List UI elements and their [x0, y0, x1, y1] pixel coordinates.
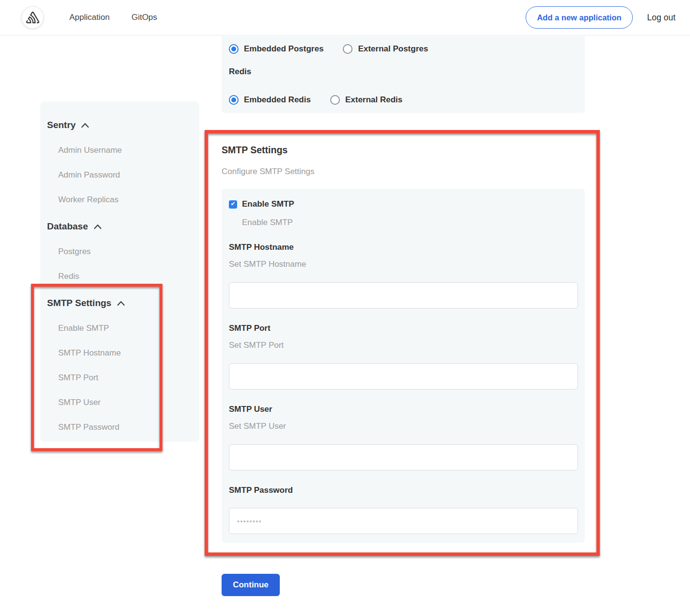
sidebar-item-admin-username[interactable]: Admin Username	[58, 146, 194, 155]
database-config-panel: Embedded Postgres External Postgres Redi…	[222, 36, 585, 113]
config-sidebar: Sentry Admin Username Admin Password Wor…	[40, 101, 199, 442]
sidebar-item-smtp-user[interactable]: SMTP User	[58, 398, 194, 407]
sidebar-item-admin-password[interactable]: Admin Password	[58, 170, 194, 180]
smtp-form-panel: Enable SMTP Enable SMTP SMTP Hostname Se…	[222, 189, 585, 543]
radio-label: External Redis	[345, 95, 402, 105]
smtp-hostname-field-group: SMTP Hostname Set SMTP Hostname	[229, 243, 578, 308]
sidebar-group-title-label: Database	[47, 221, 88, 232]
smtp-port-help-text: Set SMTP Port	[229, 340, 578, 350]
radio-unselected-icon[interactable]	[343, 44, 353, 54]
radio-external-postgres[interactable]: External Postgres	[343, 44, 428, 54]
smtp-settings-section: SMTP Settings Configure SMTP Settings En…	[205, 130, 600, 543]
enable-smtp-checkbox[interactable]	[229, 200, 237, 209]
continue-button[interactable]: Continue	[222, 574, 280, 596]
sidebar-item-smtp-port[interactable]: SMTP Port	[58, 373, 194, 383]
smtp-password-label: SMTP Password	[229, 486, 578, 495]
enable-smtp-help-text: Enable SMTP	[242, 218, 578, 227]
enable-smtp-checkbox-row[interactable]: Enable SMTP	[229, 199, 578, 209]
sidebar-group-title-label: SMTP Settings	[47, 298, 112, 308]
sidebar-group-smtp-settings[interactable]: SMTP Settings	[47, 298, 194, 308]
smtp-user-field-group: SMTP User Set SMTP User	[229, 405, 578, 470]
chevron-up-icon	[94, 224, 102, 229]
smtp-port-field-group: SMTP Port Set SMTP Port	[229, 324, 578, 389]
logout-link[interactable]: Log out	[647, 13, 675, 23]
radio-label: External Postgres	[358, 44, 428, 54]
sidebar-item-smtp-hostname[interactable]: SMTP Hostname	[58, 348, 194, 358]
radio-external-redis[interactable]: External Redis	[330, 95, 402, 105]
add-new-application-button[interactable]: Add a new application	[526, 6, 632, 29]
radio-label: Embedded Redis	[244, 95, 311, 105]
postgres-radio-group: Embedded Postgres External Postgres	[229, 44, 585, 54]
radio-label: Embedded Postgres	[244, 44, 323, 54]
smtp-user-help-text: Set SMTP User	[229, 421, 578, 431]
smtp-hostname-input[interactable]	[229, 282, 578, 308]
chevron-up-icon	[81, 123, 89, 128]
header-actions: Add a new application Log out	[526, 6, 675, 29]
smtp-user-label: SMTP User	[229, 405, 578, 414]
smtp-hostname-help-text: Set SMTP Hostname	[229, 259, 578, 269]
redis-group-label: Redis	[229, 67, 585, 77]
sidebar-item-smtp-password[interactable]: SMTP Password	[58, 422, 194, 432]
smtp-hostname-label: SMTP Hostname	[229, 243, 578, 252]
smtp-user-input[interactable]	[229, 444, 578, 470]
sidebar-group-title-label: Sentry	[47, 120, 76, 130]
sidebar-item-enable-smtp[interactable]: Enable SMTP	[58, 324, 194, 333]
enable-smtp-label: Enable SMTP	[242, 199, 294, 209]
sidebar-item-postgres[interactable]: Postgres	[58, 247, 194, 257]
radio-selected-icon[interactable]	[229, 95, 239, 105]
smtp-section-subtitle: Configure SMTP Settings	[222, 167, 600, 177]
top-nav-bar: Application GitOps Add a new application…	[0, 0, 690, 35]
radio-embedded-postgres[interactable]: Embedded Postgres	[229, 44, 323, 54]
nav-tab-application[interactable]: Application	[69, 13, 110, 22]
nav-tab-gitops[interactable]: GitOps	[131, 13, 157, 22]
smtp-section-title: SMTP Settings	[222, 145, 600, 156]
sidebar-group-sentry[interactable]: Sentry	[47, 120, 194, 130]
sidebar-item-redis[interactable]: Redis	[58, 272, 194, 281]
app-logo[interactable]	[21, 6, 44, 29]
sidebar-item-worker-replicas[interactable]: Worker Replicas	[58, 195, 194, 205]
smtp-password-input[interactable]	[229, 508, 578, 534]
redis-radio-group: Embedded Redis External Redis	[229, 95, 585, 105]
sentry-logo-icon	[26, 12, 39, 23]
smtp-port-input[interactable]	[229, 363, 578, 389]
smtp-password-field-group: SMTP Password	[229, 486, 578, 534]
radio-selected-icon[interactable]	[229, 44, 239, 54]
chevron-up-icon	[117, 301, 125, 306]
sidebar-group-database[interactable]: Database	[47, 221, 194, 232]
radio-embedded-redis[interactable]: Embedded Redis	[229, 95, 311, 105]
radio-unselected-icon[interactable]	[330, 95, 340, 105]
smtp-port-label: SMTP Port	[229, 324, 578, 333]
app-screen: Application GitOps Add a new application…	[0, 0, 690, 616]
